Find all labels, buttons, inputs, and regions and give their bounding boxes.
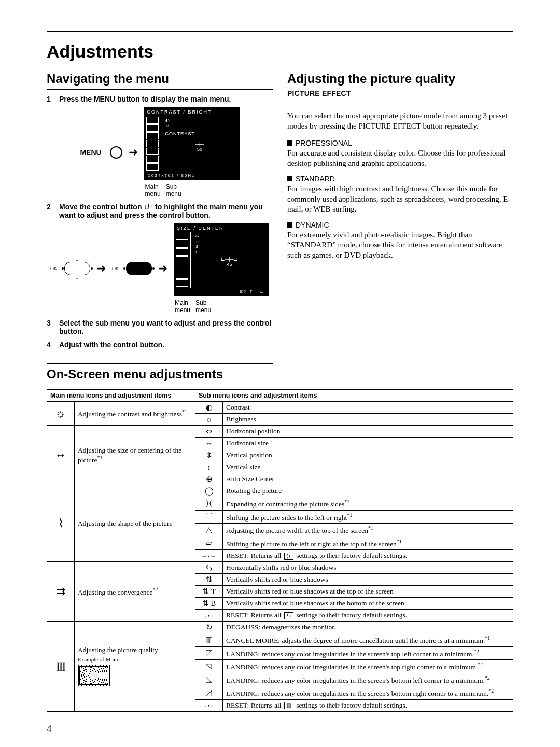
subitem-text: Vertically shifts red or blue shadows at… [223, 598, 513, 610]
subitem-text: LANDING: reduces any color irregularitie… [223, 646, 513, 660]
caption-main-1: Main menu [145, 183, 161, 198]
subitem-icon: ▥ [195, 633, 223, 647]
caption-sub-1: Sub menu [166, 183, 181, 198]
menu-label: MENU [80, 148, 101, 157]
picture-effect-intro: You can select the most appropriate pict… [287, 111, 513, 131]
subitem-icon: ↕ [195, 461, 223, 473]
step-3: 3 Select the sub menu you want to adjust… [47, 319, 273, 335]
subitem-icon: →•← [195, 699, 223, 711]
arrow-icon: ➜ [129, 147, 138, 158]
subitem-text: Horizontal size [223, 438, 513, 449]
step-1: 1 Press the MENU button to display the m… [47, 95, 273, 103]
subitem-icon: ▱ [195, 537, 223, 550]
subitem-icon: ☼ [195, 414, 223, 426]
mode-dynamic-h: DYNAMIC [296, 221, 329, 229]
heading-onscreen: On-Screen menu adjustments [47, 367, 273, 382]
group-icon: ⌇ [47, 485, 75, 562]
subitem-text: Vertically shifts red or blue shadows [223, 574, 513, 586]
control-joystick-1: ↑↓ [64, 262, 90, 275]
step-4: 4 Adjust with the control button. [47, 341, 273, 349]
subitem-icon: ⊕ [195, 473, 223, 485]
subitem-icon: ⇕ [195, 449, 223, 461]
subitem-text: Shifting the picture to the left or righ… [223, 537, 513, 550]
osd1-item: CONTRAST [165, 131, 234, 136]
subitem-icon: →•← [195, 550, 223, 562]
subitem-text: CANCEL MOIRE: adjusts the degree of moir… [223, 633, 513, 647]
subitem-icon: ↔ [195, 438, 223, 449]
subitem-icon: ◿ [195, 686, 223, 700]
step-4-text: Adjust with the control button. [59, 341, 164, 349]
subitem-text: Vertical size [223, 461, 513, 473]
step-2: 2 Move the control button ↓/↑ to highlig… [47, 203, 273, 219]
subitem-icon: ◯ [195, 485, 223, 497]
subitem-text: Expanding or contracting the picture sid… [223, 497, 513, 511]
mode-professional-p: For accurate and consistent display colo… [287, 148, 513, 168]
subitem-icon: △ [195, 524, 223, 537]
subitem-icon: ⇅ T [195, 586, 223, 598]
subitem-icon: ◺ [195, 673, 223, 686]
subitem-text: Horizontal position [223, 426, 513, 438]
group-icon: ⇉ [47, 562, 75, 622]
ok-label-1: OK [50, 266, 57, 271]
osd-diagram-2: SIZE / CENTER ⇔↔⇕↕ ⊏━┼━⊐45 EXIT : ▭ [174, 223, 269, 296]
subitem-text: LANDING: reduces any color irregularitie… [223, 660, 513, 673]
step-2-num: 2 [47, 203, 54, 219]
bullet-square-icon [287, 140, 292, 146]
group-label: Adjusting the size or centering of the p… [75, 426, 195, 485]
adjustments-table: Main menu icons and adjustment items Sub… [47, 389, 513, 712]
arrow-icon-3: ➜ [158, 263, 167, 274]
group-icon: ☼ [47, 402, 75, 426]
subitem-icon: ⇆ [195, 562, 223, 574]
osd1-value: 50 [197, 147, 202, 152]
subitem-text: Brightness [223, 414, 513, 426]
group-icon: ▥ [47, 622, 75, 712]
subitem-icon: ⟩⟨ [195, 497, 223, 511]
ok-label-2: OK [112, 266, 119, 271]
page-number: 4 [47, 723, 52, 735]
mode-professional-h: PROFESSIONAL [296, 139, 352, 147]
th-sub: Sub menu icons and adjustment items [195, 390, 513, 402]
step-2-text: Move the control button ↓/↑ to highlight… [59, 203, 273, 219]
heading-navigating: Navigating the menu [47, 72, 273, 86]
subitem-icon: ↻ [195, 622, 223, 633]
osd-diagram-1: CONTRAST / BRIGHT ◐☼ CONTRAST ━┼━50 1024… [144, 107, 240, 180]
osd1-title: CONTRAST / BRIGHT [145, 108, 239, 116]
bullet-square-icon [287, 222, 292, 228]
step-1-text: Press the MENU button to display the mai… [59, 95, 231, 103]
osd2-title: SIZE / CENTER [175, 224, 268, 232]
group-label: Adjusting the convergence*2 [75, 562, 195, 622]
subitem-text: LANDING: reduces any color irregularitie… [223, 673, 513, 686]
subitem-icon: ⌒ [195, 510, 223, 524]
osd1-status: 1024x768 / 85Hz [145, 172, 239, 179]
page-title: Adjustments [47, 41, 513, 62]
osd2-exit: EXIT : [240, 289, 258, 294]
subitem-text: Auto Size Center [223, 473, 513, 485]
subitem-icon: ◐ [195, 402, 223, 414]
mode-standard-p: For images with high contrast and bright… [287, 184, 513, 215]
subitem-icon: ◹ [195, 660, 223, 673]
subitem-text: Shifting the picture sides to the left o… [223, 510, 513, 524]
caption-sub-2: Sub menu [195, 299, 211, 314]
group-icon: ↔ [47, 426, 75, 485]
step-3-text: Select the sub menu you want to adjust a… [59, 319, 273, 335]
moire-example-icon [78, 665, 110, 686]
subitem-text: RESET: Returns all ⇆ settings to their f… [223, 610, 513, 622]
subitem-icon: →•← [195, 610, 223, 622]
subitem-icon: ◸ [195, 646, 223, 660]
mode-standard-h: STANDARD [296, 175, 335, 183]
bullet-square-icon [287, 176, 292, 181]
subitem-text: DEGAUSS: demagnetizes the monitor. [223, 622, 513, 633]
subitem-text: RESET: Returns all ▥ settings to their f… [223, 699, 513, 711]
step-1-num: 1 [47, 95, 54, 103]
th-main: Main menu icons and adjustment items [47, 390, 195, 402]
control-joystick-2 [126, 262, 152, 275]
step-3-num: 3 [47, 319, 54, 335]
menu-button-icon [110, 146, 122, 159]
subitem-text: Adjusting the picture width at the top o… [223, 524, 513, 537]
group-label: Adjusting the contrast and brightness*1 [75, 402, 195, 426]
group-label: Adjusting the picture qualityExample of … [75, 622, 195, 712]
mode-dynamic-p: For extremely vivid and photo-realistic … [287, 230, 513, 261]
subitem-text: Vertical position [223, 449, 513, 461]
subitem-text: Vertically shifts red or blue shadows at… [223, 586, 513, 598]
subitem-text: Rotating the picture [223, 485, 513, 497]
